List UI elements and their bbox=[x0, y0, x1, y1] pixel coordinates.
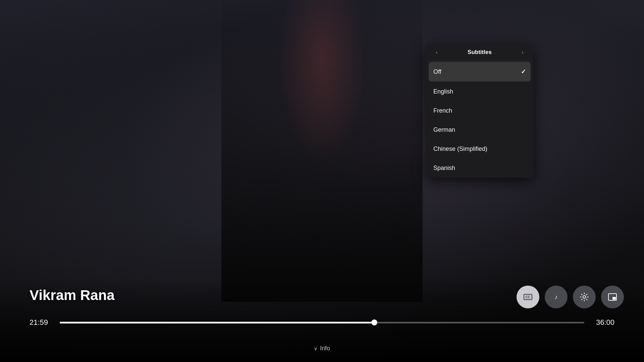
svg-text:♪: ♪ bbox=[555, 294, 558, 300]
hero-figure bbox=[221, 0, 423, 302]
subtitle-option-spanish-label: Spanish bbox=[433, 165, 455, 172]
subtitle-option-german-label: German bbox=[433, 126, 455, 133]
audio-button[interactable]: ♪ bbox=[545, 286, 568, 308]
subtitle-option-chinese[interactable]: Chinese (Simplified) bbox=[426, 139, 533, 159]
subtitle-option-off-label: Off bbox=[433, 68, 441, 75]
subtitle-option-chinese-label: Chinese (Simplified) bbox=[433, 145, 487, 153]
info-chevron-icon: ∨ bbox=[314, 346, 317, 351]
subtitle-option-off[interactable]: Off ✓ bbox=[429, 62, 531, 81]
cc-button[interactable]: CC bbox=[517, 286, 539, 308]
time-current: 21:59 bbox=[30, 318, 53, 327]
subtitles-nav-prev[interactable]: ‹ bbox=[433, 50, 441, 55]
progress-thumb[interactable] bbox=[371, 319, 377, 325]
subtitles-title: Subtitles bbox=[441, 49, 519, 56]
subtitle-checkmark: ✓ bbox=[521, 68, 526, 75]
subtitles-header: ‹ Subtitles › bbox=[426, 44, 533, 61]
pip-button[interactable] bbox=[601, 286, 624, 308]
info-bar[interactable]: ∨ Info bbox=[314, 345, 330, 352]
progress-fill bbox=[60, 322, 374, 323]
subtitle-option-spanish[interactable]: Spanish bbox=[426, 159, 533, 178]
subtitle-option-english-label: English bbox=[433, 88, 453, 95]
svg-rect-5 bbox=[612, 297, 616, 300]
svg-text:CC: CC bbox=[526, 295, 530, 299]
subtitle-option-english[interactable]: English bbox=[426, 82, 533, 101]
time-total: 36:00 bbox=[591, 318, 614, 327]
settings-button[interactable] bbox=[573, 286, 596, 308]
progress-bar-container: 21:59 36:00 bbox=[30, 318, 614, 327]
info-label: Info bbox=[320, 345, 330, 352]
subtitle-option-french[interactable]: French bbox=[426, 101, 533, 120]
svg-point-3 bbox=[583, 296, 586, 298]
player-title: Vikram Rana bbox=[30, 287, 115, 303]
subtitle-option-french-label: French bbox=[433, 107, 452, 114]
progress-track[interactable] bbox=[60, 322, 584, 323]
subtitles-nav-next[interactable]: › bbox=[519, 50, 527, 55]
subtitles-panel: ‹ Subtitles › Off ✓ English French Germa… bbox=[426, 44, 533, 178]
subtitle-option-german[interactable]: German bbox=[426, 120, 533, 139]
control-buttons: CC ♪ bbox=[517, 286, 624, 308]
